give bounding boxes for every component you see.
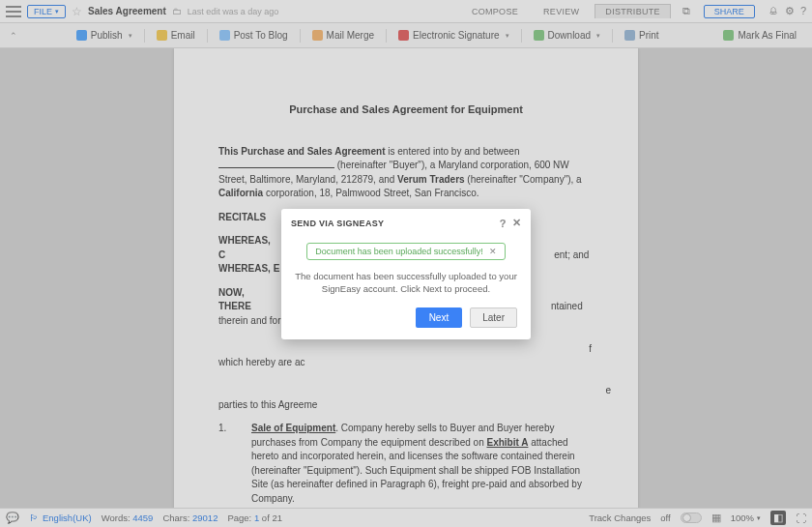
title-bar: FILE ☆ Sales Agreement 🗀 Last edit was a… — [0, 0, 812, 23]
signature-icon — [398, 30, 409, 41]
blog-icon — [219, 30, 230, 41]
folder-icon[interactable]: 🗀 — [172, 6, 182, 16]
view-mode-icon[interactable]: ▦ — [711, 512, 721, 524]
language-selector[interactable]: 🏳 English(UK) — [29, 512, 92, 523]
page-title: Purchase and Sales Agreement for Equipme… — [218, 102, 594, 118]
fullscreen-icon[interactable]: ⛶ — [796, 512, 806, 524]
post-to-blog-button[interactable]: Post To Blog — [214, 28, 294, 43]
download-button[interactable]: Download▾ — [528, 28, 606, 43]
distribute-toolbar: ⌃ Publish▾ Email Post To Blog Mail Merge… — [0, 23, 812, 48]
page-indicator[interactable]: Page: 1 of 21 — [227, 512, 282, 523]
print-button[interactable]: Print — [619, 28, 665, 43]
later-button[interactable]: Later — [470, 307, 517, 328]
email-button[interactable]: Email — [151, 28, 201, 43]
publish-icon — [76, 30, 87, 41]
comment-icon[interactable]: 💬 — [6, 512, 19, 524]
signeasy-dialog: SEND VIA SIGNEASY ? ✕ Document has been … — [281, 209, 531, 339]
dialog-close-icon[interactable]: ✕ — [512, 217, 521, 229]
clause-1: 1. Sale of Equipment. Company hereby sel… — [218, 422, 594, 506]
next-button[interactable]: Next — [416, 307, 463, 328]
bell-icon[interactable]: 🕭 — [768, 5, 779, 17]
final-icon — [723, 30, 734, 41]
mark-as-final-button[interactable]: Mark As Final — [717, 28, 802, 43]
electronic-signature-button[interactable]: Electronic Signature▾ — [392, 28, 515, 43]
track-changes-state: off — [660, 512, 670, 523]
char-count[interactable]: Chars: 29012 — [162, 512, 218, 523]
dismiss-success-icon[interactable]: ✕ — [489, 247, 497, 256]
dialog-title: SEND VIA SIGNEASY — [291, 219, 384, 228]
upload-success-pill: Document has been uploaded successfully!… — [306, 243, 506, 260]
last-edit-label: Last edit was a day ago — [188, 7, 279, 16]
favorite-star-icon[interactable]: ☆ — [72, 5, 82, 18]
document-title[interactable]: Sales Agreement — [88, 6, 166, 16]
copy-icon[interactable]: ⧉ — [682, 5, 690, 17]
email-icon — [157, 30, 167, 41]
track-changes-toggle[interactable] — [681, 512, 702, 523]
share-button[interactable]: SHARE — [704, 5, 755, 18]
collapse-toolbar-icon[interactable]: ⌃ — [10, 31, 17, 41]
word-count[interactable]: Words: 4459 — [102, 512, 154, 523]
sidebar-right-icon[interactable]: ◧ — [770, 511, 786, 525]
tab-distribute[interactable]: DISTRIBUTE — [594, 4, 671, 18]
dialog-message: The document has been successfully uploa… — [295, 270, 517, 296]
print-icon — [624, 30, 635, 41]
status-bar: 💬 🏳 English(UK) Words: 4459 Chars: 29012… — [0, 508, 812, 527]
help-icon[interactable]: ? — [800, 5, 806, 17]
dialog-help-icon[interactable]: ? — [500, 218, 507, 229]
tab-review[interactable]: REVIEW — [534, 5, 589, 18]
mail-merge-icon — [312, 30, 323, 41]
zoom-control[interactable]: 100%▾ — [731, 512, 761, 523]
intro-paragraph: This Purchase and Sales Agreement is ent… — [218, 145, 594, 201]
mail-merge-button[interactable]: Mail Merge — [306, 28, 380, 43]
file-menu-button[interactable]: FILE — [27, 5, 66, 18]
gear-icon[interactable]: ⚙ — [785, 5, 795, 17]
download-icon — [534, 30, 544, 41]
menu-icon[interactable] — [6, 6, 21, 17]
track-changes-label: Track Changes — [589, 512, 651, 523]
tab-compose[interactable]: COMPOSE — [462, 5, 528, 18]
publish-button[interactable]: Publish▾ — [71, 28, 138, 43]
